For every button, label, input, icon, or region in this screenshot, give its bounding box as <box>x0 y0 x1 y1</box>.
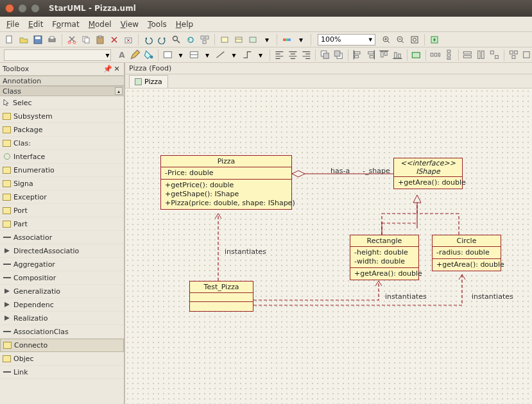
menu-format[interactable]: Format <box>52 20 79 29</box>
class-circle[interactable]: Circle -radius: double +getArea(): doubl… <box>432 235 501 271</box>
toolbox-item-link[interactable]: Link <box>0 366 124 379</box>
navigator-icon[interactable] <box>429 34 440 46</box>
cut-icon[interactable] <box>66 34 78 46</box>
dist-h-icon[interactable] <box>430 49 441 61</box>
extra1-icon[interactable] <box>508 49 519 61</box>
toolbox-item-associatior[interactable]: Associatior <box>0 231 124 244</box>
align-center-icon[interactable] <box>287 49 298 61</box>
shape3-icon[interactable] <box>247 34 259 46</box>
zoom-out-icon[interactable] <box>395 34 406 46</box>
copy-icon[interactable] <box>80 34 92 46</box>
class-test-pizza[interactable]: Test_Pizza <box>189 281 253 312</box>
pencil-icon[interactable] <box>130 49 141 61</box>
same-h-icon[interactable] <box>476 49 486 61</box>
extra2-icon[interactable] <box>521 49 532 61</box>
menu-edit[interactable]: Edit <box>28 20 43 29</box>
line2-icon[interactable] <box>242 49 253 61</box>
dropdown-icon[interactable]: ▾ <box>228 49 239 61</box>
section-class[interactable]: Class▴ <box>0 86 124 96</box>
same-w-icon[interactable] <box>462 49 473 61</box>
toolbox-item-label: Dependenc <box>13 301 54 309</box>
redo-icon[interactable] <box>157 34 168 46</box>
zoom-fit-icon[interactable] <box>409 34 420 46</box>
new-icon[interactable] <box>4 34 15 46</box>
align-l-icon[interactable] <box>352 49 363 61</box>
stereotype2-icon[interactable] <box>189 49 200 61</box>
align-left-icon[interactable] <box>274 49 285 61</box>
toolbox-item-part[interactable]: Part <box>0 217 124 231</box>
save-icon[interactable] <box>32 34 44 46</box>
class-pizza[interactable]: Pizza -Price: double +getPrice(): double… <box>160 155 292 210</box>
toolbox-item-realizatio[interactable]: Realizatio <box>0 312 124 325</box>
scroll-up-icon[interactable]: ▴ <box>115 87 123 95</box>
font-a-icon[interactable]: A <box>116 49 127 61</box>
line1-icon[interactable] <box>215 49 226 61</box>
toolbox-item-clas[interactable]: Clas: <box>0 137 124 150</box>
paste-icon[interactable] <box>94 34 106 46</box>
toolbox-item-exceptior[interactable]: Exceptior <box>0 190 124 204</box>
canvas[interactable]: Pizza -Price: double +getPrice(): double… <box>125 88 532 404</box>
toolbox-item-compositior[interactable]: Compositior <box>0 271 124 285</box>
shape1-icon[interactable] <box>219 34 230 46</box>
dist-v-icon[interactable] <box>443 49 454 61</box>
toolbox-item-directedassociatio[interactable]: DirectedAssociatio <box>0 244 124 258</box>
open-icon[interactable] <box>18 34 30 46</box>
delete-icon[interactable] <box>108 34 120 46</box>
refresh-icon[interactable] <box>185 34 196 46</box>
find-icon[interactable] <box>171 34 182 46</box>
toolbox-item-generalizatio[interactable]: Generalizatio <box>0 285 124 298</box>
toolbox-item-port[interactable]: Port <box>0 204 124 217</box>
minimize-icon[interactable] <box>18 4 27 13</box>
toolbox-item-objec[interactable]: Objec <box>0 352 124 366</box>
interface-ishape[interactable]: <<interface>> IShape +getArea(): double <box>393 158 463 189</box>
shape2-icon[interactable] <box>233 34 245 46</box>
align-b-icon[interactable] <box>392 49 403 61</box>
color1-icon[interactable] <box>281 34 293 46</box>
model-icon[interactable] <box>411 49 422 61</box>
section-annotation[interactable]: Annotation <box>0 76 124 86</box>
menu-tools[interactable]: Tools <box>148 20 167 29</box>
same-wh-icon[interactable] <box>489 49 500 61</box>
front-icon[interactable] <box>320 49 330 61</box>
close-icon[interactable] <box>5 4 14 13</box>
toolbox-item-dependenc[interactable]: Dependenc <box>0 298 124 312</box>
toolbox-item-package[interactable]: Package <box>0 123 124 137</box>
align-right-icon[interactable] <box>301 49 312 61</box>
menu-view[interactable]: View <box>121 20 139 29</box>
tab-pizza[interactable]: Pizza <box>129 75 168 88</box>
toolbox-item-connecto[interactable]: Connecto <box>0 339 124 352</box>
layout-icon[interactable] <box>199 34 210 46</box>
back-icon[interactable] <box>333 49 344 61</box>
print-icon[interactable] <box>46 34 58 46</box>
align-r-icon[interactable] <box>365 49 376 61</box>
toolbox-item-signa[interactable]: Signa <box>0 177 124 190</box>
undo-icon[interactable] <box>142 34 154 46</box>
toolbox-item-subsystem[interactable]: Subsystem <box>0 110 124 123</box>
menu-file[interactable]: File <box>6 20 19 29</box>
toolbox-item-selec[interactable]: Selec <box>0 96 124 110</box>
toolbox-item-enumeratio[interactable]: Enumeratio <box>0 164 124 177</box>
dropdown-icon[interactable]: ▾ <box>295 34 307 46</box>
align-t-icon[interactable] <box>379 49 390 61</box>
class-rectangle[interactable]: Rectangle -height: double -width: double… <box>350 235 419 280</box>
tab-strip: Pizza <box>125 74 532 88</box>
dropdown-icon[interactable]: ▾ <box>202 49 213 61</box>
stereotype1-icon[interactable] <box>162 49 173 61</box>
font-combo[interactable]: ▾ <box>4 49 111 61</box>
dropdown-icon[interactable]: ▾ <box>255 49 266 61</box>
toolbox-item-aggregatior[interactable]: Aggregatior <box>0 258 124 271</box>
menu-help[interactable]: Help <box>176 20 193 29</box>
maximize-icon[interactable] <box>31 4 40 13</box>
pin-icon[interactable]: 📌 <box>103 65 112 74</box>
svg-rect-17 <box>236 37 242 42</box>
delete-model-icon[interactable] <box>123 34 134 46</box>
dropdown-icon[interactable]: ▾ <box>261 34 273 46</box>
dropdown-icon[interactable]: ▾ <box>175 49 186 61</box>
fill-icon[interactable] <box>143 49 154 61</box>
toolbox-item-associationclas[interactable]: AssociationClas <box>0 325 124 339</box>
zoom-in-icon[interactable] <box>381 34 392 46</box>
menu-model[interactable]: Model <box>89 20 112 29</box>
toolbox-item-interface[interactable]: Interface <box>0 150 124 164</box>
zoom-combo[interactable]: 100%▾ <box>318 34 375 46</box>
close-icon[interactable]: ✕ <box>112 65 121 74</box>
